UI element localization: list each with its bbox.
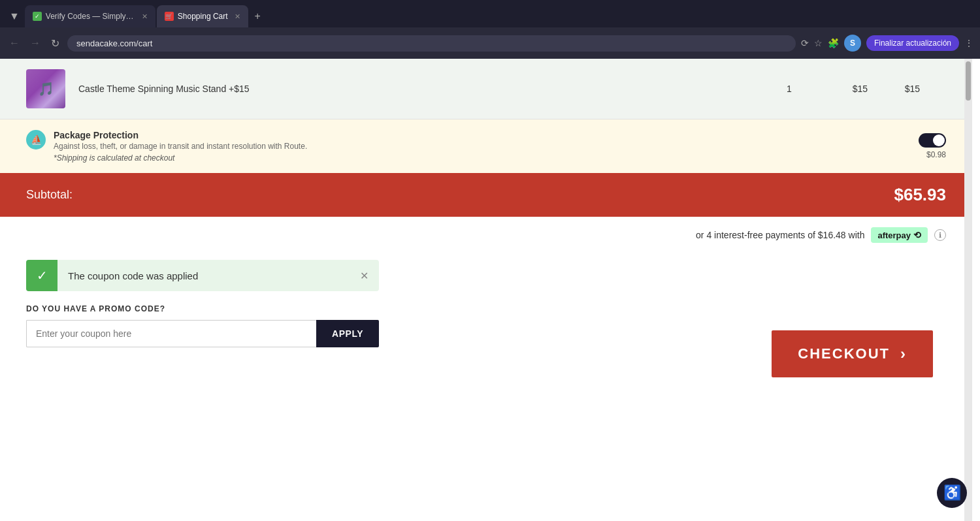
product-image: 🎵 [26,69,65,108]
bookmark-star-icon[interactable]: ☆ [814,38,823,48]
update-button[interactable]: Finalizar actualización [866,35,959,51]
scrollbar[interactable] [964,59,972,521]
coupon-check-icon: ✓ [26,260,57,291]
tab-dropdown[interactable]: ▼ [5,8,24,25]
package-info: ⛵ Package Protection Against loss, theft… [26,130,919,163]
coupon-message: The coupon code was applied [57,262,350,289]
browser-chrome: ▼ ✓ Verify Codes — SimplyCodes ✕ 🛒 Shopp… [0,0,980,59]
package-description: Against loss, theft, or damage in transi… [54,142,307,151]
tab-close-1[interactable]: ✕ [142,12,148,21]
nav-bar: ← → ↻ sendacake.com/cart ⟳ ☆ 🧩 S Finaliz… [0,27,980,59]
afterpay-text: or 4 interest-free payments of $16.48 wi… [696,230,864,240]
shipping-note: *Shipping is calculated at checkout [54,153,307,163]
product-total-price: $15 [868,84,920,94]
package-title: Package Protection [54,130,307,140]
afterpay-logo-icon: ⟲ [913,230,921,240]
translate-icon[interactable]: ⟳ [801,38,809,48]
afterpay-info-icon[interactable]: ℹ [934,229,946,241]
coupon-notification: ✓ The coupon code was applied ✕ [26,260,379,291]
checkout-button[interactable]: CHECKOUT › [772,330,933,377]
tab-close-2[interactable]: ✕ [235,12,240,21]
product-name: Castle Theme Spinning Music Stand +$15 [78,84,763,94]
checkout-arrow-icon: › [900,345,907,363]
afterpay-badge[interactable]: afterpay ⟲ [871,227,928,243]
package-protection-toggle[interactable] [919,133,946,148]
promo-label: DO YOU HAVE A PROMO CODE? [26,304,946,313]
tab-bar: ▼ ✓ Verify Codes — SimplyCodes ✕ 🛒 Shopp… [0,0,980,27]
accessibility-icon: ♿ [943,484,961,501]
subtotal-label: Subtotal: [26,188,73,202]
profile-button[interactable]: S [844,35,861,52]
back-button[interactable]: ← [7,35,22,52]
product-emoji: 🎵 [38,81,54,97]
coupon-input[interactable] [26,320,316,347]
page-content: 🎵 Castle Theme Spinning Music Stand +$15… [0,59,972,521]
scrollbar-thumb[interactable] [966,61,971,101]
forward-button[interactable]: → [27,35,43,52]
product-unit-price: $15 [815,84,868,94]
tab-favicon-2: 🛒 [165,12,174,21]
url-text: sendacake.com/cart [76,39,152,48]
product-row: 🎵 Castle Theme Spinning Music Stand +$15… [0,59,972,119]
toggle-section: $0.98 [919,133,946,159]
afterpay-row: or 4 interest-free payments of $16.48 wi… [0,217,972,253]
package-protection-row: ⛵ Package Protection Against loss, theft… [0,119,972,173]
extension-icon[interactable]: 🧩 [828,38,839,48]
package-text: Package Protection Against loss, theft, … [54,130,307,163]
menu-icon[interactable]: ⋮ [964,38,973,48]
tab-shopping-cart[interactable]: 🛒 Shopping Cart ✕ [157,5,248,27]
promo-input-row: APPLY [26,320,379,347]
coupon-close-button[interactable]: ✕ [350,262,379,290]
reload-button[interactable]: ↻ [48,35,62,52]
tab-title-1: Verify Codes — SimplyCodes [46,12,135,21]
product-image-inner: 🎵 [26,69,65,108]
tab-verify-codes[interactable]: ✓ Verify Codes — SimplyCodes ✕ [25,5,155,27]
package-icon: ⛵ [26,130,46,150]
accessibility-button[interactable]: ♿ [937,478,967,508]
product-quantity: 1 [763,84,815,94]
afterpay-logo: afterpay [877,230,911,240]
subtotal-row: Subtotal: $65.93 [0,173,972,217]
apply-coupon-button[interactable]: APPLY [316,320,379,347]
subtotal-amount: $65.93 [894,185,946,205]
new-tab-button[interactable]: + [250,8,266,25]
address-bar[interactable]: sendacake.com/cart [67,35,796,52]
tab-title-2: Shopping Cart [178,12,228,21]
tab-favicon-1: ✓ [33,12,42,21]
package-price: $0.98 [926,150,946,159]
checkout-label: CHECKOUT [798,345,890,362]
nav-icons: ⟳ ☆ 🧩 S Finalizar actualización ⋮ [801,35,973,52]
